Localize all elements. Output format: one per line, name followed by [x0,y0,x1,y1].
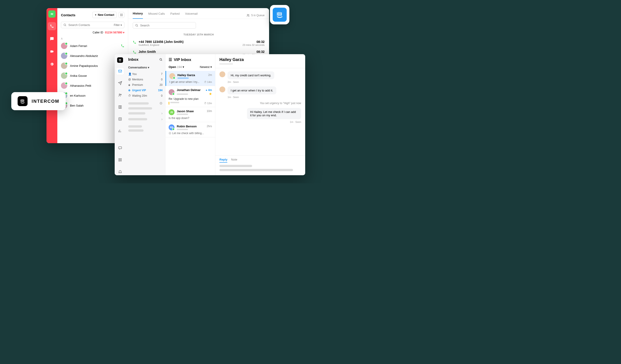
gear-icon[interactable]: ⚙ [159,101,163,105]
conv-filter-premium[interactable]: ◈ Premium20 [128,82,163,88]
intercom-inbox-window: Inbox Conversations ▾ 👤 You7 @ Mentions0… [115,54,305,175]
svg-point-29 [121,94,121,95]
people-icon[interactable] [116,92,124,99]
svg-line-42 [161,60,162,61]
message-row: I get an error when I try to add it. [219,87,301,94]
people-icon [246,14,250,17]
message-bubble: Hi, my credit card isn't working. [227,71,274,79]
clock-icon: ⏱ [128,94,131,97]
svg-point-2 [122,14,122,14]
history-search[interactable] [133,22,196,29]
call-row[interactable]: +44 7890 123456 (John Smith)Guildford, E… [128,38,269,48]
avatar [169,73,175,79]
inbox-rail [115,54,125,175]
history-search-input[interactable] [140,24,193,27]
conversation-card[interactable]: Jonathan Delmar● 4m ★ Re: Upgrade to new… [165,86,215,107]
filter-dropdown[interactable]: Filter ▾ [114,23,122,27]
avatar: JS [169,109,174,115]
svg-point-41 [160,58,162,60]
message-icon[interactable] [116,144,124,151]
avatar-icon [169,132,171,135]
tab-parked[interactable]: Parked [170,12,179,18]
history-tabs: History Missed Calls Parked Voicemail 5 … [128,8,269,19]
message-meta: 1m · Seen [227,96,301,98]
conv-filter-urgent[interactable]: ⊕ Urgent VIP194 [128,88,163,93]
svg-point-0 [120,14,121,14]
conversation-card[interactable]: JS Jason Shaw10m Is the app down? [165,107,215,122]
svg-rect-30 [119,118,121,120]
video-icon[interactable] [48,47,56,55]
chat-icon[interactable] [48,35,56,43]
message-meta: 2m · Seen [227,81,301,83]
contact-row[interactable]: Adam Ferrari [57,41,128,51]
date-header: TUESDAY 15TH MARCH [128,33,269,36]
avatar-icon: 👤 [128,72,131,76]
article-icon[interactable] [116,115,124,122]
at-icon: @ [128,78,131,81]
tab-history[interactable]: History [133,12,143,19]
thread-body: Hi, my credit card isn't working. 2m · S… [215,68,305,155]
svg-rect-20 [278,12,279,16]
bell-icon[interactable] [116,168,124,175]
sort-dropdown[interactable]: Newest ▾ [200,65,212,69]
conv-filter-you[interactable]: 👤 You7 [128,71,163,77]
chevron-down-icon: ▾ [123,31,124,34]
message-meta: 1m · Seen [219,121,301,123]
person-plus-icon: ⊕ [128,89,131,92]
phone-icon[interactable] [48,22,56,30]
svg-rect-21 [280,12,280,16]
new-contact-button[interactable]: + New Contact [92,12,117,18]
search-input[interactable] [69,23,112,27]
svg-point-6 [120,16,121,16]
svg-rect-16 [22,99,22,102]
svg-rect-22 [281,12,282,16]
message-row: Hi, my credit card isn't working. [219,71,301,79]
svg-point-7 [121,16,122,16]
reply-composer[interactable]: Reply Note [215,155,305,175]
svg-point-40 [121,160,122,161]
call-icon[interactable] [121,44,124,48]
svg-point-5 [122,15,122,15]
dialpad-icon[interactable] [119,12,124,18]
search-icon[interactable] [159,58,163,61]
menu-icon[interactable]: ☰ [169,57,172,62]
send-icon[interactable] [116,80,124,87]
search-icon [63,23,67,27]
svg-rect-37 [119,158,120,160]
svg-rect-39 [119,160,120,161]
tab-voicemail[interactable]: Voicemail [185,12,198,18]
user-badge[interactable]: IM [48,10,55,17]
svg-point-9 [64,24,66,26]
conversations-dropdown[interactable]: Conversations ▾ [128,66,163,69]
contacts-search[interactable]: Filter ▾ [61,22,124,28]
apps-icon[interactable] [116,156,124,163]
conv-filter-waiting[interactable]: ⏱ Waiting 20m0 [128,93,163,98]
conv-filter-mentions[interactable]: @ Mentions0 [128,77,163,82]
book-icon[interactable] [116,104,124,110]
note-tab[interactable]: Note [231,158,237,163]
reply-tab[interactable]: Reply [219,158,227,163]
avatar [61,43,67,49]
conversation-list: ☰ VIP Inbox Open 194 ▾ Newest ▾ Hailey G… [165,54,215,175]
conversation-card[interactable]: Hailey Garza2m I get an error when I try… [165,71,215,86]
caller-id-row[interactable]: Caller ID 01234 567890 ▾ [57,30,128,36]
section-letter: A [57,36,128,41]
timer-icon: ⏱ 12m [204,102,212,104]
svg-rect-23 [119,59,119,61]
svg-rect-38 [121,158,122,160]
svg-rect-36 [119,147,122,149]
svg-rect-26 [121,59,121,61]
inbox-title: Inbox [128,57,163,62]
inbox-sidebar: Inbox Conversations ▾ 👤 You7 @ Mentions0… [125,54,165,175]
conversation-card[interactable]: RB Robin Benson2hrs Let me check with bi… [165,122,215,137]
queue-indicator[interactable]: 5 in Queue [246,14,265,17]
incoming-call-icon [133,40,136,44]
open-status-dropdown[interactable]: Open 194 ▾ [169,65,184,69]
svg-line-10 [66,25,66,26]
inbox-icon[interactable] [116,68,124,75]
gear-icon[interactable] [48,60,56,68]
tab-missed[interactable]: Missed Calls [148,12,165,18]
chart-icon[interactable] [116,127,124,134]
intercom-logo-icon[interactable] [117,57,123,63]
svg-point-4 [121,15,122,15]
